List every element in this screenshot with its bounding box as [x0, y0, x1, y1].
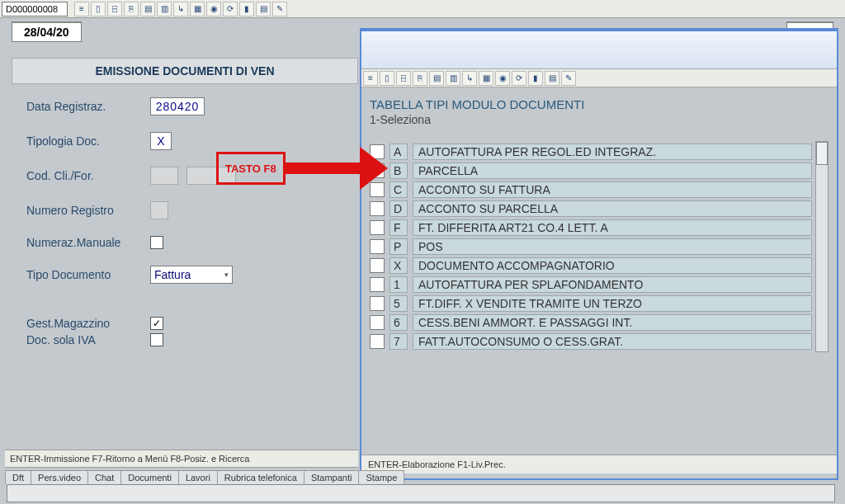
doc-sola-iva-label: Doc. sola IVA [26, 333, 142, 346]
tipo-documento-label: Tipo Documento [26, 268, 142, 281]
toolbar-icon-7[interactable]: ▦ [190, 2, 205, 16]
tipo-documento-value: Fattura [154, 268, 191, 281]
row-select-box[interactable] [370, 163, 385, 178]
tab-stampanti[interactable]: Stampanti [304, 470, 360, 484]
row-code: F [389, 219, 408, 236]
toolbar-icon-9[interactable]: ⟳ [512, 71, 526, 86]
row-description: FT. DIFFERITA ART21 CO.4 LETT. A [413, 219, 812, 236]
numero-registro-label: Numero Registro [26, 204, 142, 217]
toolbar-icon-6[interactable]: ↳ [173, 2, 188, 16]
toolbar-icon-9[interactable]: ⟳ [223, 2, 238, 16]
row-description: ACCONTO SU FATTURA [413, 181, 812, 198]
toolbar-icon-8[interactable]: ◉ [495, 71, 510, 86]
numeraz-manuale-label: Numeraz.Manuale [26, 236, 142, 249]
list-row[interactable]: 6CESS.BENI AMMORT. E PASSAGGI INT. [370, 314, 812, 331]
tipologia-doc-input[interactable]: X [150, 132, 172, 150]
tab-rubrica-telefonica[interactable]: Rubrica telefonica [217, 470, 304, 484]
tipologia-doc-label: Tipologia Doc. [26, 134, 142, 148]
row-select-box[interactable] [370, 201, 385, 216]
toolbar-icon-3[interactable]: ⎘ [413, 71, 427, 86]
popup-window: ≡▯⌸⎘▤▥↳▦◉⟳▮▤✎ TABELLA TIPI MODULO DOCUME… [360, 28, 838, 480]
popup-status-bar: ENTER-Elaborazione F1-Liv.Prec. [361, 455, 837, 473]
toolbar-icon-0[interactable]: ≡ [363, 71, 378, 86]
list-row[interactable]: CACCONTO SU FATTURA [370, 181, 812, 198]
list-row[interactable]: 5FT.DIFF. X VENDITE TRAMITE UN TERZO [370, 295, 812, 312]
popup-list: AAUTOFATTURA PER REGOL.ED INTEGRAZ.BPARC… [370, 141, 812, 352]
toolbar-icon-3[interactable]: ⎘ [124, 2, 139, 16]
data-registraz-label: Data Registraz. [26, 100, 142, 113]
toolbar-icon-8[interactable]: ◉ [206, 2, 221, 16]
date-field: 28/04/20 [12, 21, 82, 42]
list-row[interactable]: FFT. DIFFERITA ART21 CO.4 LETT. A [370, 219, 812, 236]
toolbar-icon-2[interactable]: ⌸ [107, 2, 122, 16]
cod-cli-input-2[interactable] [186, 167, 236, 185]
numero-registro-input[interactable] [150, 201, 168, 219]
tab-dft[interactable]: Dft [5, 470, 31, 484]
row-description: PARCELLA [413, 163, 812, 179]
tab-pers-video[interactable]: Pers.video [31, 470, 88, 484]
main-toolbar: D000000008 ≡▯⌸⎘▤▥↳▦◉⟳▮▤✎ [0, 0, 845, 18]
row-select-box[interactable] [370, 334, 385, 349]
row-description: FT.DIFF. X VENDITE TRAMITE UN TERZO [413, 295, 812, 312]
toolbar-icon-10[interactable]: ▮ [239, 2, 254, 16]
toolbar-icon-1[interactable]: ▯ [380, 71, 394, 86]
scrollbar-thumb[interactable] [816, 142, 828, 165]
list-row[interactable]: 7FATT.AUTOCONSUMO O CESS.GRAT. [370, 333, 812, 350]
toolbar-icon-6[interactable]: ↳ [462, 71, 477, 86]
list-row[interactable]: PPOS [370, 238, 812, 255]
cod-cli-input-1[interactable] [150, 167, 178, 185]
toolbar-icon-12[interactable]: ✎ [561, 71, 576, 86]
list-row[interactable]: AAUTOFATTURA PER REGOL.ED INTEGRAZ. [370, 144, 812, 160]
row-description: FATT.AUTOCONSUMO O CESS.GRAT. [413, 333, 812, 350]
list-row[interactable]: XDOCUMENTO ACCOMPAGNATORIO [370, 257, 812, 274]
toolbar-icon-1[interactable]: ▯ [91, 2, 106, 16]
popup-titlebar[interactable] [361, 31, 837, 69]
row-code: P [389, 238, 408, 255]
row-select-box[interactable] [370, 144, 385, 159]
main-status-bar: ENTER-Immissione F7-Ritorno a Menù F8-Po… [5, 450, 358, 468]
row-description: POS [413, 238, 812, 255]
toolbar-icon-5[interactable]: ▥ [446, 71, 460, 86]
toolbar-icon-12[interactable]: ✎ [272, 2, 287, 16]
document-id-field[interactable]: D000000008 [2, 2, 68, 16]
row-select-box[interactable] [370, 220, 385, 235]
toolbar-icon-11[interactable]: ▤ [545, 71, 559, 86]
row-select-box[interactable] [370, 239, 385, 254]
list-row[interactable]: DACCONTO SU PARCELLA [370, 200, 812, 217]
tab-chat[interactable]: Chat [87, 470, 121, 484]
list-row[interactable]: 1AUTOFATTURA PER SPLAFONDAMENTO [370, 276, 812, 293]
row-code: X [389, 257, 408, 274]
row-select-box[interactable] [370, 315, 385, 330]
toolbar-icon-2[interactable]: ⌸ [396, 71, 411, 86]
tab-stampe[interactable]: Stampe [358, 470, 404, 484]
doc-sola-iva-checkbox[interactable] [150, 333, 163, 346]
numeraz-manuale-checkbox[interactable] [150, 236, 163, 249]
toolbar-icon-0[interactable]: ≡ [74, 2, 89, 16]
row-description: AUTOFATTURA PER SPLAFONDAMENTO [413, 276, 812, 293]
gest-magazzino-checkbox[interactable]: ✓ [150, 317, 163, 330]
tab-documenti[interactable]: Documenti [120, 470, 179, 484]
row-select-box[interactable] [370, 296, 385, 311]
row-select-box[interactable] [370, 258, 385, 273]
toolbar-icon-7[interactable]: ▦ [479, 71, 493, 86]
toolbar-icon-4[interactable]: ▤ [140, 2, 155, 16]
scrollbar[interactable] [815, 141, 828, 352]
row-select-box[interactable] [370, 182, 385, 197]
tab-lavori[interactable]: Lavori [178, 470, 218, 484]
list-row[interactable]: BPARCELLA [370, 163, 812, 179]
popup-toolbar: ≡▯⌸⎘▤▥↳▦◉⟳▮▤✎ [361, 69, 837, 87]
row-code: 1 [389, 276, 408, 293]
popup-heading: TABELLA TIPI MODULO DOCUMENTI [370, 97, 828, 111]
toolbar-icon-10[interactable]: ▮ [528, 71, 543, 86]
row-select-box[interactable] [370, 277, 385, 292]
row-code: D [389, 200, 408, 217]
toolbar-icon-4[interactable]: ▤ [429, 71, 444, 86]
row-code: B [389, 163, 408, 179]
toolbar-icon-5[interactable]: ▥ [157, 2, 172, 16]
popup-subheading: 1-Seleziona [370, 113, 828, 126]
gest-magazzino-label: Gest.Magazzino [26, 317, 142, 330]
data-registraz-input[interactable]: 280420 [150, 97, 205, 115]
toolbar-icon-11[interactable]: ▤ [256, 2, 271, 16]
bottom-panel [7, 484, 835, 502]
tipo-documento-dropdown[interactable]: Fattura ▾ [150, 266, 233, 284]
